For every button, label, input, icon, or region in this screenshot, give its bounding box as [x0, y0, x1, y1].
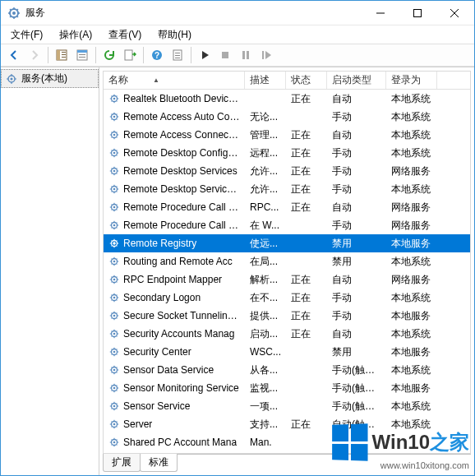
service-name: Remote Access Auto Con... [123, 111, 240, 122]
show-hide-tree-button[interactable] [52, 45, 71, 65]
service-row[interactable]: Remote Registry使远...禁用本地服务 [104, 234, 470, 252]
gear-icon [108, 256, 120, 267]
minimize-button[interactable] [362, 1, 399, 25]
tab-standard[interactable]: 标准 [140, 454, 178, 472]
service-description: 无论... [245, 110, 286, 124]
service-row[interactable]: Server支持...正在自动(触发...本地系统 [104, 415, 470, 433]
menu-file[interactable]: 文件(F) [4, 26, 49, 44]
service-row[interactable]: Shared PC Account ManaMan. [104, 433, 470, 451]
service-row[interactable]: Remote Access Connecti...管理...正在自动本地系统 [104, 126, 470, 144]
service-row[interactable]: Secondary Logon在不...正在手动本地系统 [104, 289, 470, 307]
service-description: 支持... [245, 418, 286, 432]
column-logon-as[interactable]: 登录为 [386, 72, 437, 89]
service-row[interactable]: Realtek Bluetooth Device...正在自动本地系统 [104, 90, 470, 108]
service-startup-type: 手动(触发... [327, 400, 386, 414]
service-startup-type: 手动 [327, 164, 386, 178]
svg-point-52 [113, 333, 116, 335]
service-row[interactable]: Sensor Data Service从各...手动(触发...本地系统 [104, 361, 470, 379]
tree-root-item[interactable]: 服务(本地) [1, 69, 99, 88]
service-status: 正在 [286, 327, 327, 341]
sort-asc-icon: ▲ [153, 76, 159, 84]
list-body[interactable]: Realtek Bluetooth Device...正在自动本地系统Remot… [104, 90, 470, 453]
maximize-button[interactable] [399, 1, 436, 25]
service-row[interactable]: Remote Desktop Services允许...正在手动网络服务 [104, 162, 470, 180]
service-row[interactable]: Sensor Service一项...手动(触发...本地系统 [104, 397, 470, 415]
svg-point-60 [113, 405, 116, 408]
service-description: 一项... [245, 400, 286, 414]
service-name: Remote Desktop Configu... [123, 147, 240, 159]
back-button[interactable] [4, 45, 24, 65]
gear-icon [108, 165, 120, 177]
help-button[interactable]: ? [147, 45, 167, 65]
svg-point-24 [11, 77, 13, 80]
export-list-button[interactable] [120, 45, 140, 65]
menu-action[interactable]: 操作(A) [53, 26, 99, 44]
service-row[interactable]: Security CenterWSC...禁用本地服务 [104, 343, 470, 361]
column-status[interactable]: 状态 [286, 72, 327, 89]
svg-point-50 [113, 315, 116, 317]
service-row[interactable]: Routing and Remote Acc在局...禁用本地系统 [104, 252, 470, 270]
service-list: 名称▲ 描述 状态 启动类型 登录为 Realtek Bluetooth Dev… [103, 71, 471, 454]
service-description: 监视... [245, 381, 286, 395]
gear-icon [108, 201, 120, 213]
service-startup-type: 手动 [327, 183, 386, 196]
close-button[interactable] [436, 1, 473, 25]
service-row[interactable]: RPC Endpoint Mapper解析...正在自动网络服务 [104, 270, 470, 289]
svg-rect-19 [222, 52, 228, 58]
service-row[interactable]: Security Accounts Manag启动...正在自动本地系统 [104, 325, 470, 343]
service-row[interactable]: Remote Procedure Call (...RPC...正在自动网络服务 [104, 198, 470, 216]
tree-pane[interactable]: 服务(本地) [1, 67, 99, 475]
service-row[interactable]: Remote Access Auto Con...无论...手动本地系统 [104, 108, 470, 126]
column-description[interactable]: 描述 [245, 72, 286, 89]
svg-rect-4 [57, 50, 60, 60]
gear-icon [108, 437, 120, 448]
column-startup-type[interactable]: 启动类型 [327, 72, 386, 89]
svg-point-42 [113, 243, 116, 245]
pause-service-button[interactable] [236, 45, 256, 65]
svg-rect-11 [79, 57, 85, 58]
properties-sheet-button[interactable] [168, 45, 187, 65]
service-row[interactable]: Sensor Monitoring Service监视...手动(触发...本地… [104, 379, 470, 397]
service-startup-type: 禁用 [327, 345, 386, 359]
service-row[interactable]: Remote Desktop Service...允许...正在手动本地系统 [104, 180, 470, 198]
gear-icon [108, 418, 120, 430]
gear-icon [108, 129, 120, 141]
menu-view[interactable]: 查看(V) [102, 26, 148, 44]
service-logon-as: 本地服务 [386, 381, 437, 395]
menu-help[interactable]: 帮助(H) [151, 26, 198, 44]
service-row[interactable]: Remote Procedure Call (...在 W...手动网络服务 [104, 216, 470, 234]
service-row[interactable]: Secure Socket Tunneling ...提供...正在手动本地服务 [104, 307, 470, 325]
service-logon-as: 本地系统 [386, 146, 437, 160]
service-startup-type: 手动 [327, 309, 386, 323]
stop-service-button[interactable] [215, 45, 235, 65]
svg-rect-22 [262, 51, 264, 59]
service-startup-type: 自动(触发... [327, 418, 386, 432]
forward-button[interactable] [25, 45, 44, 65]
toolbar-separator [191, 47, 191, 63]
start-service-button[interactable] [195, 45, 214, 65]
service-status: 正在 [286, 418, 327, 432]
gear-icon [108, 274, 120, 285]
service-logon-as: 网络服务 [386, 201, 437, 215]
service-description: WSC... [245, 346, 286, 358]
svg-rect-6 [62, 54, 66, 55]
gear-icon [108, 147, 120, 159]
properties-button[interactable] [72, 45, 92, 65]
service-name: Remote Registry [123, 238, 196, 249]
gear-icon [108, 238, 120, 249]
column-name[interactable]: 名称▲ [104, 72, 245, 89]
svg-point-54 [113, 351, 116, 354]
service-logon-as: 本地服务 [386, 309, 437, 323]
restart-service-button[interactable] [256, 45, 276, 65]
gear-icon [108, 183, 120, 195]
gear-icon [108, 400, 120, 412]
service-status: 正在 [286, 183, 327, 196]
tab-extended[interactable]: 扩展 [103, 454, 141, 472]
service-name: Server [123, 418, 152, 430]
list-header: 名称▲ 描述 状态 启动类型 登录为 [104, 72, 470, 90]
service-row[interactable]: Remote Desktop Configu...远程...正在手动本地系统 [104, 144, 470, 162]
refresh-button[interactable] [99, 45, 119, 65]
svg-point-58 [113, 387, 116, 390]
service-startup-type: 自动 [327, 327, 386, 341]
menu-bar: 文件(F) 操作(A) 查看(V) 帮助(H) [1, 25, 474, 44]
